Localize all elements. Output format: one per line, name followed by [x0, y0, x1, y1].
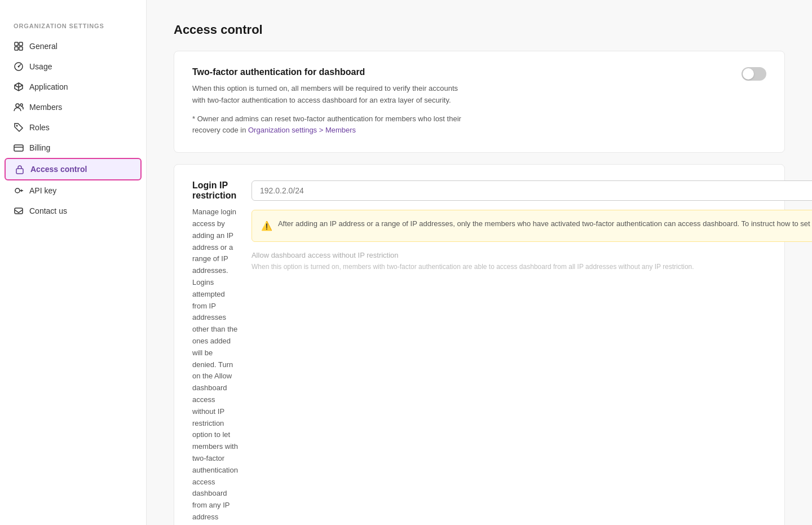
svg-rect-9 — [14, 145, 23, 151]
ip-input[interactable] — [251, 180, 812, 201]
ip-restriction-card-desc: Manage login access by adding an IP addr… — [192, 206, 238, 523]
tag-icon — [14, 122, 24, 133]
lock-icon — [15, 164, 25, 174]
sidebar-item-access-control[interactable]: Access control — [5, 158, 142, 180]
cube-icon — [14, 82, 24, 92]
sidebar-item-api-key[interactable]: API key — [0, 180, 146, 201]
two-factor-toggle[interactable] — [742, 67, 766, 81]
sidebar: ORGANIZATION SETTINGS General — [0, 0, 147, 525]
svg-rect-10 — [16, 169, 23, 174]
two-factor-card-title: Two-factor authentication for dashboard — [192, 67, 728, 77]
sidebar-item-billing[interactable]: Billing — [0, 138, 146, 158]
two-factor-card-left: Two-factor authentication for dashboard … — [192, 67, 728, 136]
sidebar-item-application[interactable]: Application — [0, 77, 146, 97]
sidebar-item-members[interactable]: Members — [0, 97, 146, 117]
grid-icon — [14, 41, 24, 51]
allow-access-text: Allow dashboard access without IP restri… — [251, 251, 812, 272]
svg-point-6 — [16, 104, 19, 107]
ip-restriction-card: Login IP restriction Manage login access… — [174, 164, 785, 525]
gauge-icon — [14, 61, 24, 72]
two-factor-card-note: * Owner and admins can reset two-factor … — [192, 113, 463, 137]
svg-point-5 — [18, 66, 20, 68]
sidebar-item-usage[interactable]: Usage — [0, 56, 146, 77]
svg-point-11 — [15, 188, 20, 193]
key-icon — [14, 186, 24, 196]
ip-warning-box: ⚠️ After adding an IP address or a range… — [251, 210, 812, 242]
ip-restriction-card-left: Login IP restriction Manage login access… — [192, 180, 238, 523]
warning-text: After adding an IP address or a range of… — [278, 218, 812, 230]
sidebar-label-usage: Usage — [29, 62, 52, 71]
card-icon — [14, 143, 24, 153]
sidebar-label-roles: Roles — [29, 123, 50, 132]
allow-access-row: Allow dashboard access without IP restri… — [251, 251, 812, 272]
warning-triangle-icon: ⚠️ — [261, 219, 272, 233]
main-content: Access control Two-factor authentication… — [147, 0, 812, 525]
ip-restriction-card-right: Button ⚠️ After adding an IP address or … — [251, 180, 812, 272]
sidebar-label-general: General — [29, 42, 58, 51]
two-factor-card-desc: When this option is turned on, all membe… — [192, 83, 463, 107]
warning-box-inner: ⚠️ After adding an IP address or a range… — [261, 218, 812, 233]
svg-rect-2 — [15, 47, 18, 50]
mail-icon — [14, 206, 24, 216]
page-title: Access control — [174, 23, 785, 37]
sidebar-item-roles[interactable]: Roles — [0, 117, 146, 138]
sidebar-item-general[interactable]: General — [0, 36, 146, 56]
svg-rect-1 — [19, 42, 23, 46]
allow-access-label: Allow dashboard access without IP restri… — [251, 251, 812, 259]
svg-rect-3 — [19, 47, 23, 50]
allow-access-desc: When this option is turned on, members w… — [251, 262, 812, 272]
sidebar-label-application: Application — [29, 82, 68, 91]
users-icon — [14, 102, 24, 112]
sidebar-label-billing: Billing — [29, 143, 50, 152]
svg-point-7 — [20, 104, 23, 106]
ip-restriction-card-title: Login IP restriction — [192, 180, 238, 201]
two-factor-toggle-knob — [743, 68, 754, 80]
sidebar-label-contact-us: Contact us — [29, 206, 67, 215]
sidebar-item-contact-us[interactable]: Contact us — [0, 201, 146, 221]
sidebar-label-access-control: Access control — [30, 165, 87, 174]
sidebar-section-label: ORGANIZATION SETTINGS — [0, 23, 146, 36]
ip-input-row: Button — [251, 180, 812, 201]
two-factor-card-right — [742, 67, 766, 81]
warning-text-prefix: After adding an IP address or a range of… — [278, 219, 812, 228]
org-settings-members-link[interactable]: Organization settings > Members — [248, 126, 356, 134]
sidebar-label-members: Members — [29, 103, 62, 112]
svg-point-8 — [16, 125, 18, 127]
sidebar-label-api-key: API key — [29, 186, 56, 195]
svg-rect-0 — [15, 42, 18, 46]
two-factor-auth-card: Two-factor authentication for dashboard … — [174, 51, 785, 153]
